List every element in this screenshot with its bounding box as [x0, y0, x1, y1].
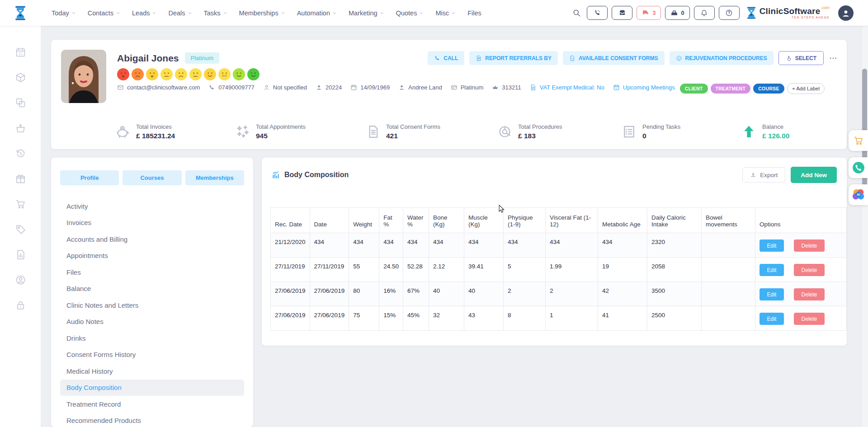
tab-memberships[interactable]: Memberships — [185, 170, 244, 185]
chevron-down-icon — [116, 11, 120, 15]
floating-call-widget[interactable] — [849, 157, 868, 178]
sidebar-item-medical-history[interactable]: Medical History — [60, 363, 244, 380]
notifications-button[interactable] — [694, 6, 715, 20]
nav-item-label: Automation — [297, 9, 330, 17]
stat-total-procedures: Total Procedures£ 183 — [497, 123, 562, 140]
nav-item-automation[interactable]: Automation — [297, 9, 337, 17]
edit-button[interactable]: Edit — [760, 288, 784, 300]
nav-item-files[interactable]: Files — [467, 9, 481, 17]
nav-item-tasks[interactable]: Tasks — [204, 9, 227, 17]
edit-button[interactable]: Edit — [760, 239, 784, 252]
satisfaction-emoji-8[interactable] — [218, 68, 231, 80]
sidebar-item-clinic-notes-and-letters[interactable]: Clinic Notes and Letters — [60, 297, 244, 314]
sidebar-item-balance[interactable]: Balance — [60, 281, 244, 297]
satisfaction-emoji-5[interactable] — [175, 68, 187, 80]
edit-button[interactable]: Edit — [760, 264, 784, 276]
satisfaction-emoji-9[interactable] — [233, 68, 245, 80]
table-cell: 27/11/2019 — [310, 258, 349, 282]
app-logo[interactable] — [0, 5, 41, 21]
nav-item-deals[interactable]: Deals — [168, 9, 192, 17]
cart-icon[interactable] — [15, 198, 26, 210]
delete-button[interactable]: Delete — [794, 288, 825, 300]
satisfaction-emoji-1[interactable] — [117, 68, 129, 80]
satisfaction-emoji-7[interactable] — [204, 68, 216, 80]
call-button[interactable]: CALL — [428, 51, 464, 65]
lock-icon[interactable] — [15, 300, 26, 311]
sidebar-item-activity[interactable]: Activity — [60, 198, 244, 215]
chat-button[interactable]: 3 — [637, 6, 661, 20]
tab-courses[interactable]: Courses — [123, 170, 181, 185]
available-consent-forms-button[interactable]: AVAILABLE CONSENT FORMS — [563, 51, 665, 65]
search-icon[interactable] — [572, 9, 581, 17]
sidebar-item-accounts-and-billing[interactable]: Accounts and Billing — [60, 231, 244, 248]
satisfaction-emoji-3[interactable] — [146, 68, 158, 80]
stat-total-appointments: Total Appointments945 — [235, 123, 306, 140]
person-icon — [398, 84, 405, 91]
nav-item-label: Memberships — [239, 9, 278, 17]
sidebar-item-audio-notes[interactable]: Audio Notes — [60, 314, 244, 330]
add-new-button[interactable]: Add New — [791, 167, 837, 183]
sidebar-item-consent-forms-history[interactable]: Consent Forms History — [60, 347, 244, 363]
floating-ai-widget[interactable]: AI — [849, 184, 868, 205]
consent-form-icon — [569, 55, 576, 61]
options-cell: EditDelete — [755, 233, 846, 258]
rejuvenation-procedures-button[interactable]: REJUVENATION PROCEDURES — [670, 51, 774, 65]
select-button[interactable]: SELECT — [778, 51, 824, 65]
package-icon[interactable] — [15, 72, 26, 83]
calendar-12-icon[interactable]: 12 — [15, 47, 26, 58]
nav-item-marketing[interactable]: Marketing — [349, 9, 384, 17]
delete-button[interactable]: Delete — [794, 313, 825, 325]
gift-icon[interactable] — [15, 173, 26, 184]
delete-button[interactable]: Delete — [794, 239, 825, 252]
basket-icon[interactable] — [15, 122, 26, 134]
price-tag-icon[interactable] — [15, 224, 26, 235]
table-cell: 55 — [349, 258, 379, 282]
export-button[interactable]: Export — [742, 167, 785, 183]
dialer-button[interactable] — [587, 6, 608, 20]
sidebar-item-invoices[interactable]: Invoices — [60, 215, 244, 231]
nav-item-leads[interactable]: Leads — [132, 9, 157, 17]
nav-item-today[interactable]: Today — [52, 9, 76, 17]
nav-item-contacts[interactable]: Contacts — [88, 9, 120, 17]
sidebar-item-drinks[interactable]: Drinks — [60, 330, 244, 347]
help-button[interactable] — [719, 6, 740, 20]
nav-item-label: Contacts — [88, 9, 113, 17]
satisfaction-emoji-10[interactable] — [247, 68, 259, 80]
tab-profile[interactable]: Profile — [60, 170, 119, 185]
satisfaction-emoji-4[interactable] — [160, 68, 173, 80]
nav-item-quotes[interactable]: Quotes — [396, 9, 424, 17]
sidebar-item-recommended-products[interactable]: Recommended Products — [60, 413, 244, 427]
label-tag-treatment[interactable]: TREATMENT — [711, 84, 751, 94]
history-icon[interactable] — [15, 148, 26, 159]
sidebar-item-files[interactable]: Files — [60, 264, 244, 281]
sidebar-item-appointments[interactable]: Appointments — [60, 248, 244, 264]
more-options-icon[interactable] — [829, 54, 838, 63]
report-chart-icon[interactable] — [15, 249, 26, 260]
report-referrals-by-button[interactable]: REPORT REFERRALS BY — [469, 51, 558, 65]
label-tag-course[interactable]: COURSE — [753, 84, 784, 94]
nav-item-memberships[interactable]: Memberships — [239, 9, 285, 17]
satisfaction-emoji-2[interactable] — [132, 68, 144, 80]
contact-upcoming-meetings[interactable]: 12Upcoming Meetings — [613, 84, 675, 91]
add-label-button[interactable]: + Add Label — [787, 83, 825, 94]
client-name: Abigail Jones — [117, 53, 179, 64]
sidebar-item-body-composition[interactable]: Body Composition — [60, 380, 244, 396]
satisfaction-emoji-6[interactable] — [189, 68, 202, 80]
account-icon[interactable] — [15, 274, 26, 286]
table-cell: 43 — [464, 306, 503, 331]
sidebar-item-treatment-record[interactable]: Treatment Record — [60, 396, 244, 413]
table-row: 27/06/201927/06/20198016%67%404022423500… — [271, 282, 847, 306]
inbox-button[interactable] — [612, 6, 632, 20]
label-tag-client[interactable]: CLIENT — [680, 84, 708, 94]
delete-button[interactable]: Delete — [794, 264, 825, 276]
floating-cart-widget[interactable] — [849, 130, 868, 151]
edit-button[interactable]: Edit — [760, 313, 784, 325]
nav-item-misc[interactable]: Misc — [435, 9, 456, 17]
copy-icon[interactable] — [15, 97, 26, 108]
contact-platinum: Platinum — [451, 84, 484, 91]
register-button[interactable]: 0 — [665, 6, 689, 20]
user-avatar[interactable] — [838, 5, 854, 21]
stat-value: £ 185231.24 — [136, 132, 175, 140]
row-options: EditDelete — [760, 312, 842, 325]
contact-vat-exempt-medical-no[interactable]: VAT Exempt Medical: No — [530, 84, 604, 91]
